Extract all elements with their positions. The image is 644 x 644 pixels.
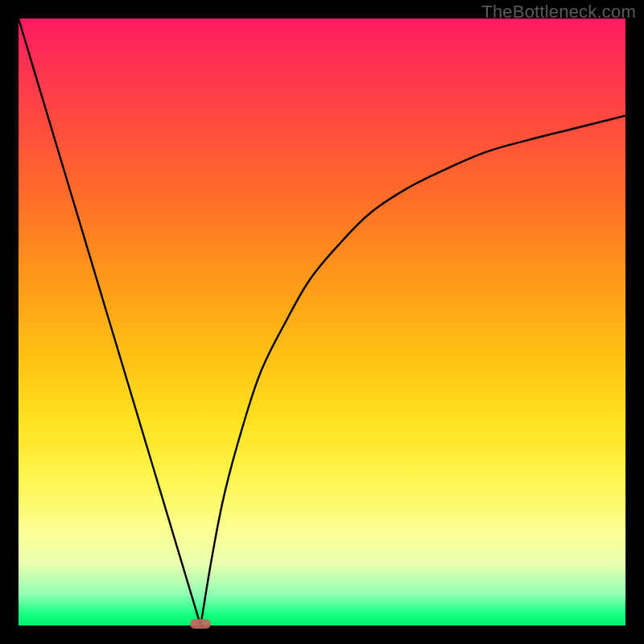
watermark-text: TheBottleneck.com	[481, 2, 636, 23]
curve-right-branch	[200, 116, 625, 625]
curve-left-branch	[19, 19, 200, 625]
bottleneck-curve	[19, 19, 625, 625]
optimal-point-marker	[190, 619, 211, 629]
chart-frame: TheBottleneck.com	[0, 0, 644, 644]
